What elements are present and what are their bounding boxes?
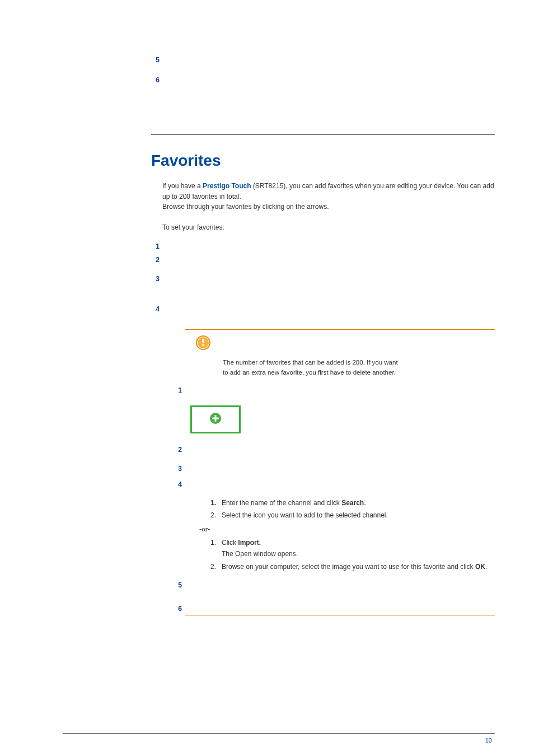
- sublist-b-item1-bold: Import.: [238, 539, 261, 547]
- sublist-a-item1-pre: Enter the name of the channel and click: [222, 499, 341, 507]
- svg-rect-6: [212, 418, 219, 419]
- sublist-b-marker-1: 1.: [200, 537, 222, 548]
- sublist-b-item1-sub: The Open window opens.: [222, 550, 298, 558]
- tip-text: The number of favorites that can be adde…: [223, 358, 495, 378]
- sublist-b-item1: 1. Click Import. The Open window opens.: [200, 537, 495, 560]
- sublist-a-item2: 2. Select the icon you want to add to th…: [200, 510, 495, 521]
- sublist-b-item2-bold: OK: [475, 563, 485, 571]
- sublist-a-item1-text: Enter the name of the channel and click …: [222, 497, 366, 508]
- intro-line2: Browse through your favorites by clickin…: [162, 203, 329, 211]
- inner-step-6: 6: [171, 605, 182, 613]
- tip-rule-bottom: [185, 615, 495, 615]
- outer-step-1: 1: [148, 242, 160, 250]
- tip-rule-top: [185, 329, 495, 330]
- sublist-a: 1. Enter the name of the channel and cli…: [200, 497, 495, 521]
- page-number: 10: [485, 737, 492, 744]
- add-favorite-button-image: [185, 405, 495, 436]
- inner-step-4-row: 4: [174, 480, 495, 494]
- section-heading: Favorites: [151, 152, 495, 170]
- sublist-b-item2-text: Browse on your computer, select the imag…: [222, 561, 487, 572]
- sublist-b-item2-post: .: [485, 563, 487, 571]
- sublist-a-item1-bold: Search: [341, 499, 364, 507]
- svg-point-3: [202, 344, 204, 346]
- intro-paragraph: If you have a Prestigo Touch (SRT8215), …: [162, 181, 495, 212]
- tip-line1: The number of favorites that can be adde…: [223, 359, 398, 366]
- inner-step-3: 3: [171, 465, 182, 473]
- sublist-b-marker-2: 2.: [200, 561, 222, 572]
- plus-icon: [209, 412, 222, 427]
- outer-steps: 1 2 3 4: [151, 242, 495, 321]
- outer-step-2: 2: [148, 256, 160, 264]
- step-number-5: 5: [148, 56, 160, 64]
- sublist-a-item1-post: .: [364, 499, 366, 507]
- tip-block: The number of favorites that can be adde…: [185, 329, 495, 378]
- inner-step-1-row: 1: [174, 386, 495, 400]
- inner-step-2-row: 2: [174, 446, 495, 459]
- outer-step-4: 4: [148, 305, 160, 313]
- step-number-6: 6: [148, 76, 160, 84]
- add-favorite-box: [190, 405, 241, 433]
- inner-step-5: 5: [171, 581, 182, 589]
- inner-step-4: 4: [171, 480, 182, 488]
- sublist-b-item1-text: Click Import. The Open window opens.: [222, 537, 298, 560]
- inner-step-2: 2: [171, 446, 182, 454]
- sublist-b-item2: 2. Browse on your computer, select the i…: [200, 561, 495, 572]
- brand-name: Prestigo Touch: [203, 182, 251, 190]
- leading-step-numbers: 5 6: [151, 56, 495, 95]
- inner-step-1: 1: [171, 386, 182, 394]
- section-divider-top: [151, 134, 495, 135]
- outer-step-3: 3: [148, 275, 160, 283]
- or-separator: -or-: [199, 525, 495, 534]
- main-content: 5 6 Favorites If you have a Prestigo Tou…: [151, 56, 495, 615]
- sublist-b: 1. Click Import. The Open window opens. …: [200, 537, 495, 572]
- sublist-a-item1: 1. Enter the name of the channel and cli…: [200, 497, 495, 508]
- nested-content: The number of favorites that can be adde…: [174, 329, 495, 615]
- inner-step-5-row: 5: [174, 581, 495, 595]
- intro-pre: If you have a: [162, 182, 203, 190]
- lead-in-text: To set your favorites:: [162, 222, 495, 233]
- tip-line2: to add an extra new favorite, you first …: [223, 369, 396, 376]
- inner-step-6-row: 6: [174, 605, 495, 612]
- svg-rect-2: [202, 339, 204, 343]
- footer-rule: [63, 733, 495, 734]
- inner-step-3-row: 3: [174, 465, 495, 478]
- sublist-b-item1-pre: Click: [222, 539, 238, 547]
- sublist-a-marker-1: 1.: [200, 497, 222, 508]
- tip-icon: [196, 335, 495, 352]
- sublist-a-item2-text: Select the icon you want to add to the s…: [222, 510, 388, 521]
- sublist-a-marker-2: 2.: [200, 510, 222, 521]
- sublist-b-item2-pre: Browse on your computer, select the imag…: [222, 563, 475, 571]
